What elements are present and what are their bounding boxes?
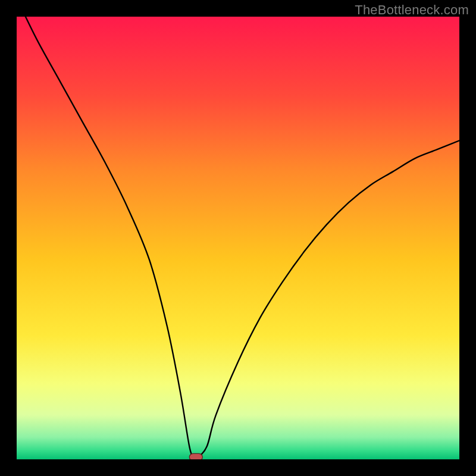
watermark-text: TheBottleneck.com (355, 2, 469, 18)
optimal-marker (189, 453, 202, 459)
bottleneck-chart (17, 17, 459, 459)
gradient-background (17, 17, 459, 459)
chart-frame: TheBottleneck.com (0, 0, 476, 476)
